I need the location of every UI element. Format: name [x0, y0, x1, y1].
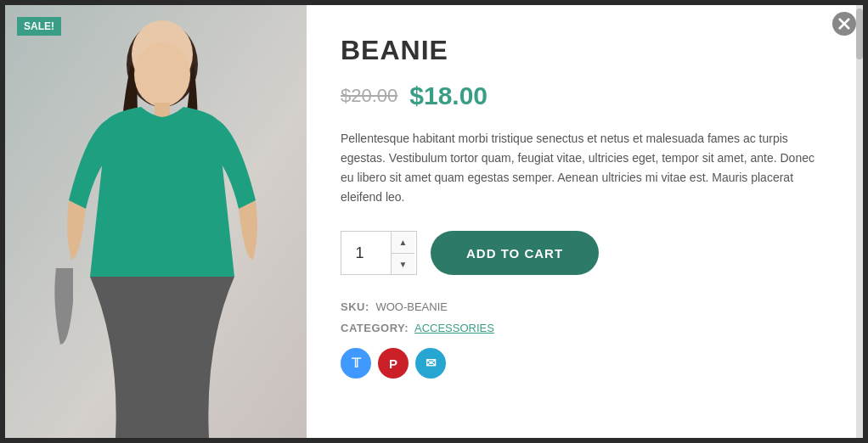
price-section: $20.00 $18.00 — [341, 81, 829, 110]
category-label: CATEGORY: — [341, 322, 409, 334]
email-icon: ✉ — [426, 356, 437, 371]
quantity-up-button[interactable]: ▲ — [392, 232, 414, 254]
quantity-down-button[interactable]: ▼ — [392, 254, 414, 275]
product-details: BEANIE $20.00 $18.00 Pellentesque habita… — [307, 5, 863, 438]
sale-price: $18.00 — [409, 81, 488, 110]
product-figure-svg — [5, 5, 307, 438]
twitter-icon: 𝕋 — [352, 356, 361, 371]
twitter-share-button[interactable]: 𝕋 — [341, 348, 371, 379]
category-link[interactable]: ACCESSORIES — [414, 322, 494, 334]
quantity-spinners: ▲ ▼ — [391, 232, 414, 274]
product-description: Pellentesque habitant morbi tristique se… — [341, 129, 829, 207]
cart-section: ▲ ▼ ADD TO CART — [341, 231, 829, 275]
sku-section: SKU: WOO-BEANIE — [341, 300, 829, 313]
product-image-section: SALE! — [5, 5, 307, 438]
pinterest-share-button[interactable]: P — [378, 348, 409, 379]
pinterest-icon: P — [389, 356, 397, 371]
close-button[interactable] — [832, 12, 856, 36]
sku-label: SKU: — [341, 300, 369, 313]
scrollbar-thumb — [856, 8, 863, 59]
add-to-cart-button[interactable]: ADD TO CART — [431, 231, 599, 275]
quantity-input[interactable] — [341, 232, 391, 274]
product-modal: SALE! — [5, 5, 863, 438]
modal-overlay: SALE! — [0, 0, 868, 443]
email-share-button[interactable]: ✉ — [415, 348, 446, 379]
quantity-wrapper: ▲ ▼ — [341, 231, 417, 275]
original-price: $20.00 — [341, 85, 397, 107]
sale-badge: SALE! — [17, 17, 61, 36]
scrollbar-track[interactable] — [856, 5, 863, 438]
category-section: CATEGORY: ACCESSORIES — [341, 322, 829, 334]
sku-value: WOO-BEANIE — [375, 300, 448, 313]
product-image — [5, 5, 307, 438]
product-title: BEANIE — [341, 35, 829, 66]
social-section: 𝕋 P ✉ — [341, 348, 829, 379]
svg-point-5 — [134, 42, 190, 107]
